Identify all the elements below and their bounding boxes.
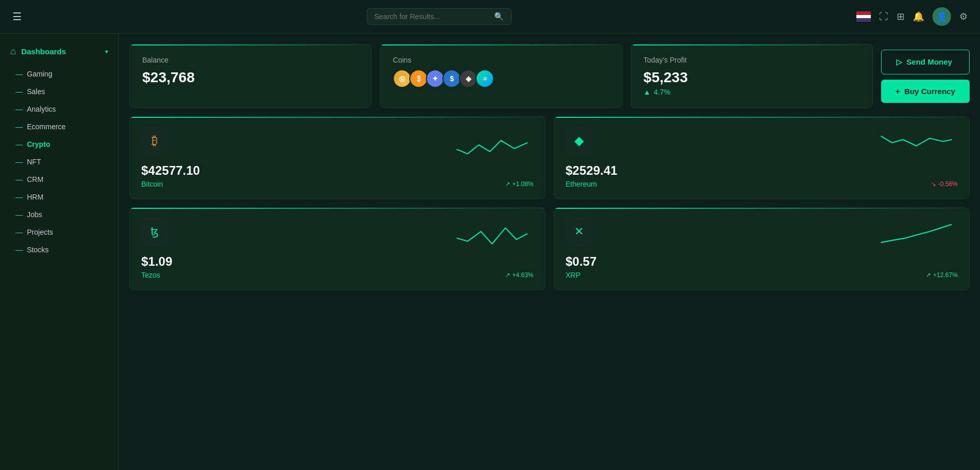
sidebar-item-label: CRM	[27, 175, 43, 184]
top-navigation: ☰ 🔍 ⛶ ⊞ 🔔 👤 ⚙	[0, 0, 980, 34]
main-layout: ⌂ Dashboards ▾ — Gaming — Sales — Analyt…	[0, 34, 980, 470]
dash-icon: —	[16, 193, 21, 201]
action-buttons: ▷ Send Money + Buy Currency	[881, 44, 970, 108]
sidebar-item-crm[interactable]: — CRM	[0, 171, 118, 188]
dash-icon: —	[16, 210, 21, 219]
tezos-price: $1.09	[141, 254, 533, 269]
bitcoin-card: ₿ $42577.10 Bitcoin ↗ +1.08%	[129, 116, 545, 199]
notification-bell-icon[interactable]: 🔔	[913, 11, 924, 22]
sidebar-item-label: Sales	[27, 87, 45, 96]
sidebar-item-label: Analytics	[27, 105, 56, 113]
profit-value: $5,233	[644, 69, 860, 86]
top-cards-row: Balance $23,768 Coins ◎ ₿ ✦ $ ◈ ≡ Today'…	[129, 44, 970, 108]
dash-icon: —	[16, 87, 21, 96]
dash-icon: —	[16, 158, 21, 166]
dash-icon: —	[16, 175, 21, 184]
main-content: Balance $23,768 Coins ◎ ₿ ✦ $ ◈ ≡ Today'…	[119, 34, 980, 470]
sidebar-item-label: Projects	[27, 228, 53, 236]
balance-label: Balance	[142, 56, 359, 64]
bitcoin-change: ↗ +1.08%	[505, 180, 533, 188]
sidebar-item-label: Gaming	[27, 70, 52, 78]
ethereum-change-arrow-icon: ↘	[931, 180, 936, 188]
ethereum-price: $2529.41	[566, 163, 958, 178]
xrp-icon: ✕	[574, 225, 584, 238]
profit-change: ▲ 4.7%	[644, 88, 860, 96]
sidebar-item-ecommerce[interactable]: — Ecommerce	[0, 118, 118, 135]
sidebar-item-label: NFT	[27, 158, 41, 166]
tezos-name: Tezos	[141, 271, 160, 279]
sidebar-item-stocks[interactable]: — Stocks	[0, 241, 118, 259]
fullscreen-icon[interactable]: ⛶	[879, 11, 888, 22]
ethereum-icon-box: ◆	[566, 127, 592, 154]
xrp-name: XRP	[566, 271, 581, 279]
crypto-grid: ₿ $42577.10 Bitcoin ↗ +1.08%	[129, 116, 970, 290]
avatar[interactable]: 👤	[932, 7, 951, 26]
ethereum-chart	[875, 127, 958, 158]
search-box: 🔍	[367, 8, 512, 25]
bitcoin-icon-box: ₿	[141, 127, 168, 154]
coin-icon-2: ₿	[409, 69, 428, 88]
profit-arrow-icon: ▲	[644, 88, 651, 96]
dash-icon: —	[16, 246, 21, 254]
sidebar-item-label: HRM	[27, 193, 43, 201]
sidebar-item-sales[interactable]: — Sales	[0, 83, 118, 100]
sidebar-item-gaming[interactable]: — Gaming	[0, 65, 118, 83]
coin-icon-3: ✦	[426, 69, 444, 88]
ethereum-card: ◆ $2529.41 Ethereum ↘ -0.56%	[554, 116, 970, 199]
sidebar-item-crypto[interactable]: — Crypto	[0, 135, 118, 153]
coins-label: Coins	[393, 56, 609, 64]
dash-icon: —	[16, 140, 21, 148]
dash-icon: —	[16, 228, 21, 236]
bitcoin-name: Bitcoin	[141, 180, 163, 188]
ethereum-change: ↘ -0.56%	[931, 180, 958, 188]
sidebar-item-label: Ecommerce	[27, 123, 66, 131]
sidebar-item-jobs[interactable]: — Jobs	[0, 206, 118, 223]
tezos-chart	[451, 218, 533, 249]
coins-card: Coins ◎ ₿ ✦ $ ◈ ≡	[380, 44, 622, 108]
sidebar-item-hrm[interactable]: — HRM	[0, 188, 118, 206]
tezos-change: ↗ +4.63%	[505, 271, 533, 279]
buy-currency-label: Buy Currency	[904, 87, 955, 96]
sidebar-item-nft[interactable]: — NFT	[0, 153, 118, 171]
sidebar-item-projects[interactable]: — Projects	[0, 223, 118, 241]
dash-icon: —	[16, 70, 21, 78]
sidebar-item-label: Stocks	[27, 246, 49, 254]
balance-value: $23,768	[142, 69, 359, 86]
xrp-chart	[875, 218, 958, 249]
profit-change-value: 4.7%	[654, 88, 670, 96]
profit-card: Today's Profit $5,233 ▲ 4.7%	[631, 44, 873, 108]
language-flag-icon[interactable]	[856, 11, 871, 22]
xrp-card: ✕ $0.57 XRP ↗ +12.67%	[554, 207, 970, 290]
bitcoin-chart	[451, 127, 533, 158]
tezos-card: ꜩ $1.09 Tezos ↗ +4.63%	[129, 207, 545, 290]
search-icon: 🔍	[494, 12, 504, 21]
send-icon: ▷	[896, 57, 902, 67]
coin-icon-6: ≡	[476, 69, 494, 88]
dash-icon: —	[16, 105, 21, 113]
sidebar-dashboards-header[interactable]: ⌂ Dashboards ▾	[0, 42, 118, 65]
xrp-price: $0.57	[566, 254, 958, 269]
balance-card: Balance $23,768	[129, 44, 372, 108]
sidebar: ⌂ Dashboards ▾ — Gaming — Sales — Analyt…	[0, 34, 119, 470]
settings-gear-icon[interactable]: ⚙	[959, 11, 968, 22]
hamburger-menu-icon[interactable]: ☰	[12, 11, 22, 22]
plus-icon: +	[896, 87, 900, 96]
coin-icon-1: ◎	[393, 69, 411, 88]
sidebar-title: Dashboards	[21, 47, 66, 56]
sidebar-item-label: Jobs	[27, 210, 42, 219]
xrp-change: ↗ +12.67%	[926, 271, 958, 279]
ethereum-icon: ◆	[574, 133, 584, 148]
send-money-label: Send Money	[907, 57, 952, 66]
send-money-button[interactable]: ▷ Send Money	[881, 50, 970, 74]
tezos-icon: ꜩ	[151, 225, 159, 238]
xrp-icon-box: ✕	[566, 218, 592, 245]
sidebar-item-label: Crypto	[27, 140, 50, 148]
buy-currency-button[interactable]: + Buy Currency	[881, 80, 970, 103]
tezos-change-arrow-icon: ↗	[505, 271, 510, 279]
coin-icon-4: $	[442, 69, 461, 88]
bitcoin-change-arrow-icon: ↗	[505, 180, 510, 188]
sidebar-item-analytics[interactable]: — Analytics	[0, 100, 118, 118]
search-input[interactable]	[375, 12, 490, 21]
coin-icon-5: ◈	[459, 69, 478, 88]
grid-icon[interactable]: ⊞	[897, 11, 904, 22]
